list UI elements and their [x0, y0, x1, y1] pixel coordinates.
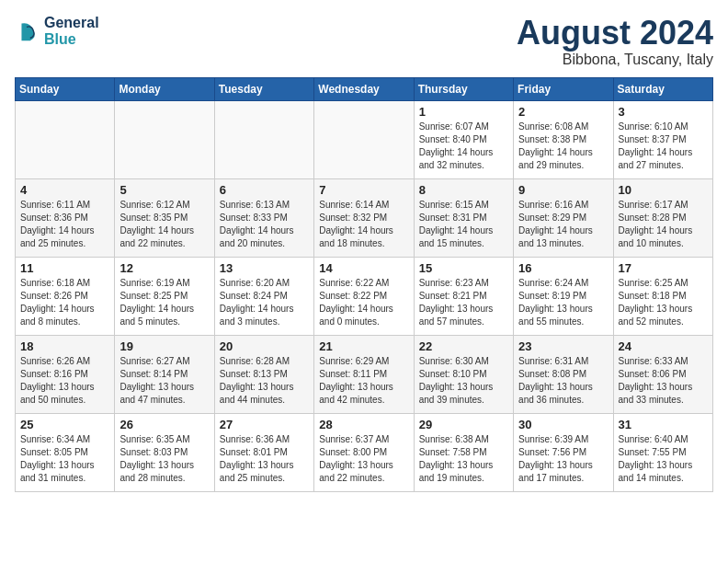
day-info: Sunrise: 6:14 AM Sunset: 8:32 PM Dayligh… — [319, 199, 408, 250]
day-number: 21 — [319, 339, 408, 353]
calendar-cell: 17Sunrise: 6:25 AM Sunset: 8:18 PM Dayli… — [613, 257, 712, 335]
day-number: 5 — [119, 183, 209, 197]
day-info: Sunrise: 6:31 AM Sunset: 8:08 PM Dayligh… — [518, 355, 608, 407]
calendar-cell: 20Sunrise: 6:28 AM Sunset: 8:13 PM Dayli… — [214, 335, 313, 413]
day-info: Sunrise: 6:33 AM Sunset: 8:06 PM Dayligh… — [619, 355, 708, 407]
day-number: 24 — [619, 339, 708, 353]
day-number: 16 — [518, 261, 608, 275]
calendar-cell: 5Sunrise: 6:12 AM Sunset: 8:35 PM Daylig… — [115, 178, 214, 257]
calendar-cell: 28Sunrise: 6:37 AM Sunset: 8:00 PM Dayli… — [314, 413, 414, 491]
logo-text: General Blue — [44, 15, 99, 48]
calendar-cell: 22Sunrise: 6:30 AM Sunset: 8:10 PM Dayli… — [414, 335, 513, 413]
day-number: 8 — [419, 183, 508, 197]
day-number: 4 — [20, 183, 109, 197]
day-number: 30 — [518, 418, 608, 431]
day-number: 18 — [20, 339, 109, 353]
month-year-title: August 2024 — [517, 15, 713, 52]
day-number: 11 — [20, 261, 109, 275]
calendar-cell: 9Sunrise: 6:16 AM Sunset: 8:29 PM Daylig… — [514, 178, 613, 257]
day-info: Sunrise: 6:38 AM Sunset: 7:58 PM Dayligh… — [419, 433, 508, 485]
day-number: 26 — [119, 418, 209, 431]
day-info: Sunrise: 6:36 AM Sunset: 8:01 PM Dayligh… — [220, 433, 309, 485]
calendar-cell: 25Sunrise: 6:34 AM Sunset: 8:05 PM Dayli… — [16, 413, 115, 491]
day-info: Sunrise: 6:12 AM Sunset: 8:35 PM Dayligh… — [119, 199, 209, 250]
day-info: Sunrise: 6:28 AM Sunset: 8:13 PM Dayligh… — [220, 355, 309, 407]
calendar-cell — [16, 100, 115, 178]
logo-icon — [15, 18, 40, 44]
calendar-cell: 16Sunrise: 6:24 AM Sunset: 8:19 PM Dayli… — [514, 257, 613, 335]
calendar-cell: 21Sunrise: 6:29 AM Sunset: 8:11 PM Dayli… — [314, 335, 414, 413]
day-number: 7 — [319, 183, 408, 197]
day-number: 13 — [220, 261, 309, 275]
col-header-friday: Friday — [514, 77, 613, 100]
day-info: Sunrise: 6:37 AM Sunset: 8:00 PM Dayligh… — [319, 433, 408, 485]
day-info: Sunrise: 6:20 AM Sunset: 8:24 PM Dayligh… — [220, 277, 309, 328]
calendar-cell: 12Sunrise: 6:19 AM Sunset: 8:25 PM Dayli… — [115, 257, 214, 335]
day-number: 3 — [619, 105, 708, 119]
day-number: 23 — [518, 339, 608, 353]
col-header-saturday: Saturday — [613, 77, 712, 100]
col-header-monday: Monday — [115, 77, 214, 100]
calendar-cell: 10Sunrise: 6:17 AM Sunset: 8:28 PM Dayli… — [613, 178, 712, 257]
day-info: Sunrise: 6:23 AM Sunset: 8:21 PM Dayligh… — [419, 277, 508, 328]
col-header-thursday: Thursday — [414, 77, 513, 100]
day-info: Sunrise: 6:30 AM Sunset: 8:10 PM Dayligh… — [419, 355, 508, 407]
calendar-cell: 23Sunrise: 6:31 AM Sunset: 8:08 PM Dayli… — [514, 335, 613, 413]
calendar-cell: 6Sunrise: 6:13 AM Sunset: 8:33 PM Daylig… — [214, 178, 313, 257]
day-number: 2 — [518, 105, 608, 119]
day-info: Sunrise: 6:39 AM Sunset: 7:56 PM Dayligh… — [518, 433, 608, 485]
day-info: Sunrise: 6:34 AM Sunset: 8:05 PM Dayligh… — [20, 433, 109, 485]
day-info: Sunrise: 6:27 AM Sunset: 8:14 PM Dayligh… — [119, 355, 209, 407]
day-info: Sunrise: 6:15 AM Sunset: 8:31 PM Dayligh… — [419, 199, 508, 250]
day-info: Sunrise: 6:16 AM Sunset: 8:29 PM Dayligh… — [518, 199, 608, 250]
col-header-tuesday: Tuesday — [214, 77, 313, 100]
calendar-cell: 30Sunrise: 6:39 AM Sunset: 7:56 PM Dayli… — [514, 413, 613, 491]
calendar-week-2: 4Sunrise: 6:11 AM Sunset: 8:36 PM Daylig… — [16, 178, 713, 257]
day-info: Sunrise: 6:07 AM Sunset: 8:40 PM Dayligh… — [419, 121, 508, 172]
day-number: 25 — [20, 418, 109, 431]
calendar-cell: 31Sunrise: 6:40 AM Sunset: 7:55 PM Dayli… — [613, 413, 712, 491]
calendar-table: SundayMondayTuesdayWednesdayThursdayFrid… — [15, 77, 713, 492]
day-number: 6 — [220, 183, 309, 197]
day-info: Sunrise: 6:35 AM Sunset: 8:03 PM Dayligh… — [119, 433, 209, 485]
calendar-cell: 24Sunrise: 6:33 AM Sunset: 8:06 PM Dayli… — [613, 335, 712, 413]
calendar-cell: 13Sunrise: 6:20 AM Sunset: 8:24 PM Dayli… — [214, 257, 313, 335]
day-number: 29 — [419, 418, 508, 431]
day-info: Sunrise: 6:08 AM Sunset: 8:38 PM Dayligh… — [518, 121, 608, 172]
calendar-cell: 8Sunrise: 6:15 AM Sunset: 8:31 PM Daylig… — [414, 178, 513, 257]
calendar-header-row: SundayMondayTuesdayWednesdayThursdayFrid… — [16, 77, 713, 100]
day-number: 22 — [419, 339, 508, 353]
page-header: General Blue August 2024 Bibbona, Tuscan… — [15, 15, 713, 68]
calendar-cell: 27Sunrise: 6:36 AM Sunset: 8:01 PM Dayli… — [214, 413, 313, 491]
col-header-wednesday: Wednesday — [314, 77, 414, 100]
day-info: Sunrise: 6:17 AM Sunset: 8:28 PM Dayligh… — [619, 199, 708, 250]
title-area: August 2024 Bibbona, Tuscany, Italy — [517, 15, 713, 68]
day-info: Sunrise: 6:18 AM Sunset: 8:26 PM Dayligh… — [20, 277, 109, 328]
day-number: 17 — [619, 261, 708, 275]
day-info: Sunrise: 6:26 AM Sunset: 8:16 PM Dayligh… — [20, 355, 109, 407]
day-info: Sunrise: 6:11 AM Sunset: 8:36 PM Dayligh… — [20, 199, 109, 250]
day-info: Sunrise: 6:22 AM Sunset: 8:22 PM Dayligh… — [319, 277, 408, 328]
day-number: 19 — [119, 339, 209, 353]
day-number: 9 — [518, 183, 608, 197]
day-info: Sunrise: 6:19 AM Sunset: 8:25 PM Dayligh… — [119, 277, 209, 328]
day-info: Sunrise: 6:40 AM Sunset: 7:55 PM Dayligh… — [619, 433, 708, 485]
calendar-cell: 1Sunrise: 6:07 AM Sunset: 8:40 PM Daylig… — [414, 100, 513, 178]
day-info: Sunrise: 6:10 AM Sunset: 8:37 PM Dayligh… — [619, 121, 708, 172]
day-number: 31 — [619, 418, 708, 431]
day-info: Sunrise: 6:29 AM Sunset: 8:11 PM Dayligh… — [319, 355, 408, 407]
calendar-cell — [314, 100, 414, 178]
day-info: Sunrise: 6:24 AM Sunset: 8:19 PM Dayligh… — [518, 277, 608, 328]
calendar-cell — [115, 100, 214, 178]
day-number: 14 — [319, 261, 408, 275]
calendar-cell: 26Sunrise: 6:35 AM Sunset: 8:03 PM Dayli… — [115, 413, 214, 491]
calendar-cell: 7Sunrise: 6:14 AM Sunset: 8:32 PM Daylig… — [314, 178, 414, 257]
day-info: Sunrise: 6:25 AM Sunset: 8:18 PM Dayligh… — [619, 277, 708, 328]
day-info: Sunrise: 6:13 AM Sunset: 8:33 PM Dayligh… — [220, 199, 309, 250]
day-number: 20 — [220, 339, 309, 353]
day-number: 1 — [419, 105, 508, 119]
calendar-cell: 11Sunrise: 6:18 AM Sunset: 8:26 PM Dayli… — [16, 257, 115, 335]
calendar-cell: 18Sunrise: 6:26 AM Sunset: 8:16 PM Dayli… — [16, 335, 115, 413]
calendar-cell — [214, 100, 313, 178]
calendar-cell: 4Sunrise: 6:11 AM Sunset: 8:36 PM Daylig… — [16, 178, 115, 257]
